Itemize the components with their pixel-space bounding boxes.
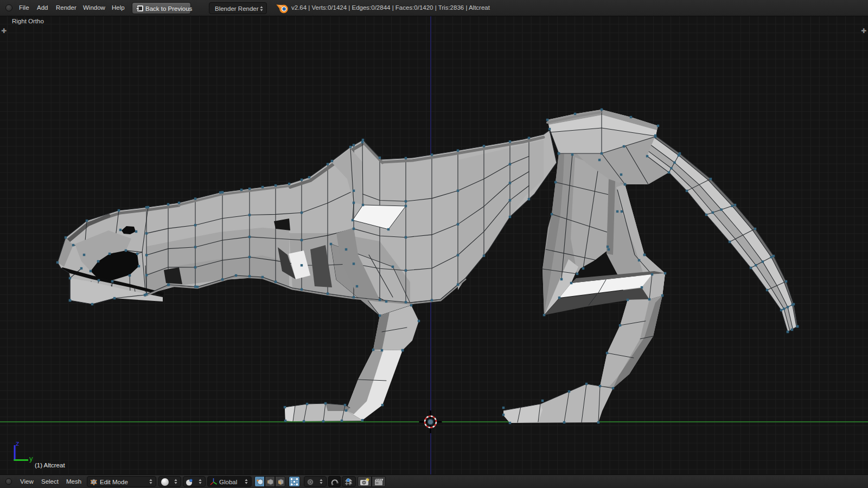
svg-text:z: z (16, 439, 20, 447)
svg-text:y: y (29, 454, 33, 463)
